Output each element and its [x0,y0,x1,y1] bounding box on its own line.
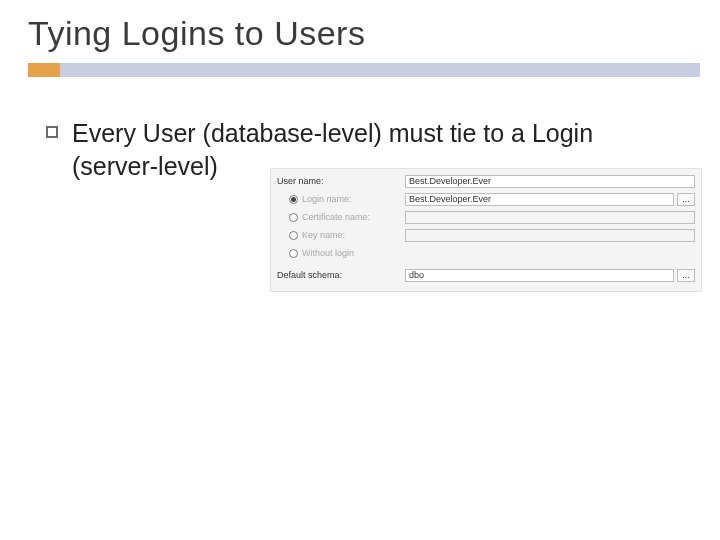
key-label: Key name: [302,230,345,240]
user-properties-panel: User name: Best.Developer.Ever Login nam… [270,168,702,292]
without-login-label: Without login [302,248,354,258]
default-schema-label: Default schema: [277,270,405,280]
key-input [405,229,695,242]
login-name-label: Login name: [302,194,352,204]
key-row: Key name: [277,227,695,243]
radio-key-name[interactable] [289,231,298,240]
radio-login-name[interactable] [289,195,298,204]
radio-certificate-name[interactable] [289,213,298,222]
username-row: User name: Best.Developer.Ever [277,173,695,189]
certificate-label: Certificate name: [302,212,370,222]
title-rule [28,63,700,81]
login-name-browse-button[interactable]: ... [677,193,695,206]
title-area: Tying Logins to Users [0,0,720,89]
bullet-square-icon [46,126,58,138]
rule-accent [28,63,60,77]
slide-title: Tying Logins to Users [28,14,700,53]
rule-bar [60,63,700,77]
radio-without-login[interactable] [289,249,298,258]
certificate-input [405,211,695,224]
username-input[interactable]: Best.Developer.Ever [405,175,695,188]
slide: Tying Logins to Users Every User (databa… [0,0,720,540]
default-schema-row: Default schema: dbo ... [277,267,695,283]
default-schema-browse-button[interactable]: ... [677,269,695,282]
default-schema-input[interactable]: dbo [405,269,674,282]
login-name-row: Login name: Best.Developer.Ever ... [277,191,695,207]
username-label: User name: [277,176,405,186]
without-login-row: Without login [277,245,695,261]
certificate-row: Certificate name: [277,209,695,225]
login-name-input[interactable]: Best.Developer.Ever [405,193,674,206]
